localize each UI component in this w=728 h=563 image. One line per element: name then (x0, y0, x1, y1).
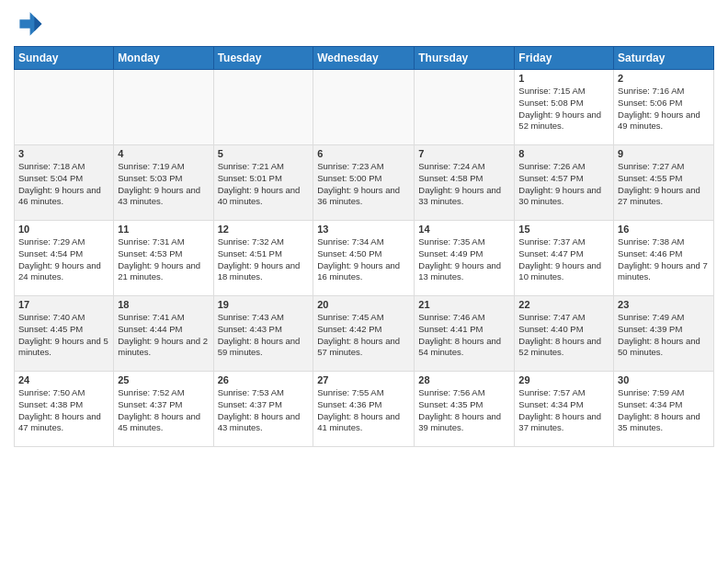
weekday-header-friday: Friday (515, 47, 614, 70)
weekday-header-tuesday: Tuesday (213, 47, 313, 70)
calendar-cell (213, 70, 313, 145)
calendar-cell: 20Sunrise: 7:45 AM Sunset: 4:42 PM Dayli… (313, 296, 415, 372)
calendar-cell: 19Sunrise: 7:43 AM Sunset: 4:43 PM Dayli… (213, 296, 313, 372)
calendar-week-row: 17Sunrise: 7:40 AM Sunset: 4:45 PM Dayli… (15, 296, 714, 372)
calendar-week-row: 10Sunrise: 7:29 AM Sunset: 4:54 PM Dayli… (15, 221, 714, 296)
calendar-cell: 14Sunrise: 7:35 AM Sunset: 4:49 PM Dayli… (415, 221, 515, 296)
svg-marker-1 (34, 17, 41, 31)
calendar-cell: 10Sunrise: 7:29 AM Sunset: 4:54 PM Dayli… (15, 221, 114, 296)
day-number: 15 (518, 224, 609, 235)
day-number: 23 (618, 299, 710, 310)
calendar-cell: 21Sunrise: 7:46 AM Sunset: 4:41 PM Dayli… (415, 296, 515, 372)
calendar-cell: 15Sunrise: 7:37 AM Sunset: 4:47 PM Dayli… (515, 221, 614, 296)
calendar-cell: 13Sunrise: 7:34 AM Sunset: 4:50 PM Dayli… (313, 221, 415, 296)
day-number: 18 (118, 299, 209, 310)
day-info: Sunrise: 7:49 AM Sunset: 4:39 PM Dayligh… (618, 312, 710, 359)
day-number: 16 (618, 224, 710, 235)
calendar-cell: 5Sunrise: 7:21 AM Sunset: 5:01 PM Daylig… (213, 145, 313, 221)
day-number: 2 (618, 73, 710, 84)
day-number: 5 (218, 148, 310, 159)
day-number: 1 (518, 73, 609, 84)
page-container: SundayMondayTuesdayWednesdayThursdayFrid… (0, 0, 728, 563)
day-number: 25 (118, 374, 209, 385)
weekday-header-sunday: Sunday (15, 47, 114, 70)
day-info: Sunrise: 7:45 AM Sunset: 4:42 PM Dayligh… (317, 312, 410, 359)
day-info: Sunrise: 7:59 AM Sunset: 4:34 PM Dayligh… (618, 387, 710, 434)
calendar-cell: 25Sunrise: 7:52 AM Sunset: 4:37 PM Dayli… (114, 372, 213, 447)
weekday-header-wednesday: Wednesday (313, 47, 415, 70)
weekday-header-monday: Monday (114, 47, 213, 70)
calendar-cell: 28Sunrise: 7:56 AM Sunset: 4:35 PM Dayli… (415, 372, 515, 447)
day-info: Sunrise: 7:57 AM Sunset: 4:34 PM Dayligh… (518, 387, 609, 434)
calendar-cell: 26Sunrise: 7:53 AM Sunset: 4:37 PM Dayli… (213, 372, 313, 447)
day-number: 11 (118, 224, 209, 235)
day-number: 10 (18, 224, 109, 235)
day-info: Sunrise: 7:27 AM Sunset: 4:55 PM Dayligh… (618, 161, 710, 208)
calendar-cell: 1Sunrise: 7:15 AM Sunset: 5:08 PM Daylig… (515, 70, 614, 145)
calendar-cell: 2Sunrise: 7:16 AM Sunset: 5:06 PM Daylig… (614, 70, 714, 145)
weekday-header-thursday: Thursday (415, 47, 515, 70)
day-number: 27 (317, 374, 410, 385)
calendar-cell: 29Sunrise: 7:57 AM Sunset: 4:34 PM Dayli… (515, 372, 614, 447)
calendar-cell: 30Sunrise: 7:59 AM Sunset: 4:34 PM Dayli… (614, 372, 714, 447)
day-info: Sunrise: 7:46 AM Sunset: 4:41 PM Dayligh… (418, 312, 510, 359)
day-info: Sunrise: 7:31 AM Sunset: 4:53 PM Dayligh… (118, 236, 209, 283)
day-info: Sunrise: 7:34 AM Sunset: 4:50 PM Dayligh… (317, 236, 410, 283)
day-number: 19 (218, 299, 310, 310)
day-info: Sunrise: 7:52 AM Sunset: 4:37 PM Dayligh… (118, 387, 209, 434)
calendar-cell: 8Sunrise: 7:26 AM Sunset: 4:57 PM Daylig… (515, 145, 614, 221)
calendar-cell: 3Sunrise: 7:18 AM Sunset: 5:04 PM Daylig… (15, 145, 114, 221)
calendar-cell: 6Sunrise: 7:23 AM Sunset: 5:00 PM Daylig… (313, 145, 415, 221)
day-number: 22 (518, 299, 609, 310)
day-info: Sunrise: 7:38 AM Sunset: 4:46 PM Dayligh… (618, 236, 710, 283)
calendar-cell: 27Sunrise: 7:55 AM Sunset: 4:36 PM Dayli… (313, 372, 415, 447)
day-info: Sunrise: 7:32 AM Sunset: 4:51 PM Dayligh… (218, 236, 310, 283)
day-number: 26 (218, 374, 310, 385)
calendar-cell: 7Sunrise: 7:24 AM Sunset: 4:58 PM Daylig… (415, 145, 515, 221)
day-info: Sunrise: 7:37 AM Sunset: 4:47 PM Dayligh… (518, 236, 609, 283)
calendar-table: SundayMondayTuesdayWednesdayThursdayFrid… (14, 46, 714, 447)
day-number: 3 (18, 148, 109, 159)
calendar-cell: 9Sunrise: 7:27 AM Sunset: 4:55 PM Daylig… (614, 145, 714, 221)
day-number: 8 (518, 148, 609, 159)
day-info: Sunrise: 7:23 AM Sunset: 5:00 PM Dayligh… (317, 161, 410, 208)
day-number: 13 (317, 224, 410, 235)
day-info: Sunrise: 7:56 AM Sunset: 4:35 PM Dayligh… (418, 387, 510, 434)
calendar-cell (313, 70, 415, 145)
day-info: Sunrise: 7:50 AM Sunset: 4:38 PM Dayligh… (18, 387, 109, 434)
page-header (14, 9, 714, 39)
day-info: Sunrise: 7:29 AM Sunset: 4:54 PM Dayligh… (18, 236, 109, 283)
day-number: 9 (618, 148, 710, 159)
day-info: Sunrise: 7:26 AM Sunset: 4:57 PM Dayligh… (518, 161, 609, 208)
day-number: 6 (317, 148, 410, 159)
calendar-cell: 12Sunrise: 7:32 AM Sunset: 4:51 PM Dayli… (213, 221, 313, 296)
calendar-header-row: SundayMondayTuesdayWednesdayThursdayFrid… (15, 47, 714, 70)
day-info: Sunrise: 7:55 AM Sunset: 4:36 PM Dayligh… (317, 387, 410, 434)
calendar-cell (114, 70, 213, 145)
day-number: 12 (218, 224, 310, 235)
day-info: Sunrise: 7:47 AM Sunset: 4:40 PM Dayligh… (518, 312, 609, 359)
calendar-cell: 24Sunrise: 7:50 AM Sunset: 4:38 PM Dayli… (15, 372, 114, 447)
day-number: 28 (418, 374, 510, 385)
day-info: Sunrise: 7:15 AM Sunset: 5:08 PM Dayligh… (518, 86, 609, 132)
calendar-cell: 16Sunrise: 7:38 AM Sunset: 4:46 PM Dayli… (614, 221, 714, 296)
calendar-week-row: 3Sunrise: 7:18 AM Sunset: 5:04 PM Daylig… (15, 145, 714, 221)
calendar-cell: 17Sunrise: 7:40 AM Sunset: 4:45 PM Dayli… (15, 296, 114, 372)
day-info: Sunrise: 7:41 AM Sunset: 4:44 PM Dayligh… (118, 312, 209, 359)
calendar-cell (15, 70, 114, 145)
day-number: 4 (118, 148, 209, 159)
calendar-cell: 18Sunrise: 7:41 AM Sunset: 4:44 PM Dayli… (114, 296, 213, 372)
day-info: Sunrise: 7:24 AM Sunset: 4:58 PM Dayligh… (418, 161, 510, 208)
day-number: 17 (18, 299, 109, 310)
day-number: 21 (418, 299, 510, 310)
day-info: Sunrise: 7:43 AM Sunset: 4:43 PM Dayligh… (218, 312, 310, 359)
day-number: 7 (418, 148, 510, 159)
day-info: Sunrise: 7:53 AM Sunset: 4:37 PM Dayligh… (218, 387, 310, 434)
calendar-cell: 22Sunrise: 7:47 AM Sunset: 4:40 PM Dayli… (515, 296, 614, 372)
calendar-cell: 23Sunrise: 7:49 AM Sunset: 4:39 PM Dayli… (614, 296, 714, 372)
calendar-week-row: 24Sunrise: 7:50 AM Sunset: 4:38 PM Dayli… (15, 372, 714, 447)
day-info: Sunrise: 7:35 AM Sunset: 4:49 PM Dayligh… (418, 236, 510, 283)
day-info: Sunrise: 7:18 AM Sunset: 5:04 PM Dayligh… (18, 161, 109, 208)
calendar-cell: 4Sunrise: 7:19 AM Sunset: 5:03 PM Daylig… (114, 145, 213, 221)
day-info: Sunrise: 7:19 AM Sunset: 5:03 PM Dayligh… (118, 161, 209, 208)
